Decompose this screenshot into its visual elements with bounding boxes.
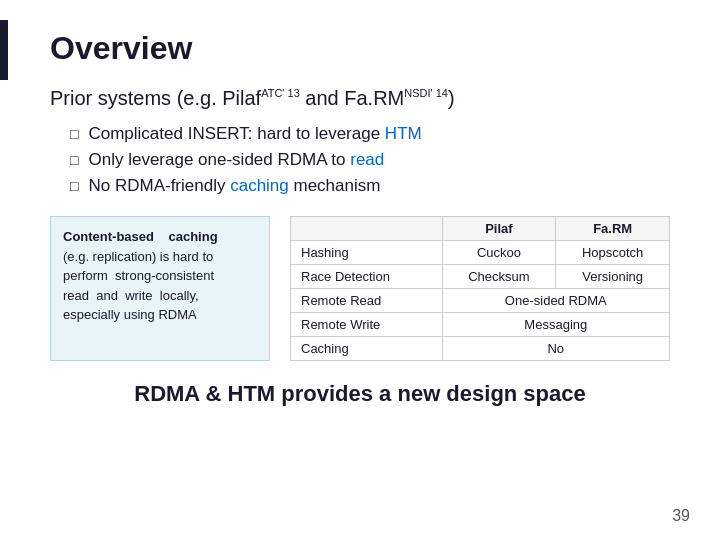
slide: Overview Prior systems (e.g. PilafATC' 1… [0,0,720,540]
col-farm: Fa.RM [556,217,670,241]
table-row: Hashing Cuckoo Hopscotch [291,241,670,265]
combined-remote-read: One-sided RDMA [442,289,669,313]
bullet-item-3: No RDMA-friendly caching mechanism [70,176,670,196]
slide-title: Overview [50,30,670,67]
left-accent-bar [0,20,8,80]
feature-caching: Caching [291,337,443,361]
comparison-table: Pilaf Fa.RM Hashing Cuckoo Hopscotch Rac… [290,216,670,361]
left-description-box: Content-based caching (e.g. replication)… [50,216,270,361]
table-row: Race Detection Checksum Versioning [291,265,670,289]
farm-hashing: Hopscotch [556,241,670,265]
bottom-tagline: RDMA & HTM provides a new design space [50,381,670,407]
table-row: Caching No [291,337,670,361]
bullet-item-1: Complicated INSERT: hard to leverage HTM [70,124,670,144]
feature-hashing: Hashing [291,241,443,265]
prior-systems-heading: Prior systems (e.g. PilafATC' 13 and Fa.… [50,87,670,110]
feature-race: Race Detection [291,265,443,289]
bullet-list: Complicated INSERT: hard to leverage HTM… [70,124,670,196]
feature-remote-read: Remote Read [291,289,443,313]
main-content-area: Content-based caching (e.g. replication)… [50,216,670,361]
farm-race: Versioning [556,265,670,289]
combined-caching: No [442,337,669,361]
table-row: Remote Read One-sided RDMA [291,289,670,313]
combined-remote-write: Messaging [442,313,669,337]
col-pilaf: Pilaf [442,217,556,241]
feature-remote-write: Remote Write [291,313,443,337]
table-row: Remote Write Messaging [291,313,670,337]
comparison-table-wrapper: Pilaf Fa.RM Hashing Cuckoo Hopscotch Rac… [290,216,670,361]
bullet-item-2: Only leverage one-sided RDMA to read [70,150,670,170]
col-feature [291,217,443,241]
pilaf-hashing: Cuckoo [442,241,556,265]
content-based-label: Content-based caching [63,229,218,244]
page-number: 39 [672,507,690,525]
pilaf-race: Checksum [442,265,556,289]
